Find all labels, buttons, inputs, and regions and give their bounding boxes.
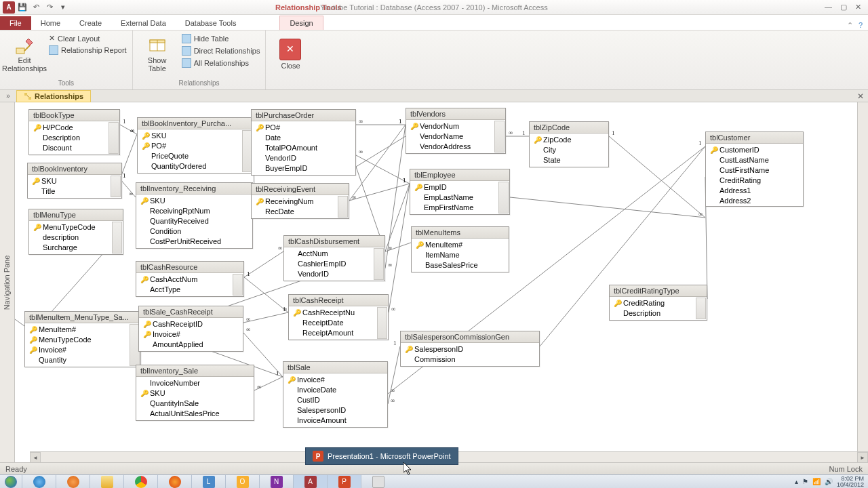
- tray-network-icon[interactable]: 📶: [812, 478, 821, 485]
- system-tray[interactable]: ▴ ⚑ 📶 🔊 8:02 PM10/4/2012: [791, 476, 868, 488]
- field[interactable]: ReceiptAmount: [290, 328, 377, 338]
- field[interactable]: QuantityInSale: [138, 399, 252, 409]
- field[interactable]: City: [531, 145, 607, 155]
- tab-design[interactable]: Design: [279, 16, 323, 30]
- field[interactable]: ItemName: [413, 250, 507, 260]
- table-tblCashResource[interactable]: tblCashResource🔑CashAcctNumAcctType: [136, 261, 244, 297]
- field[interactable]: 🔑MenuTypeCode: [31, 222, 112, 232]
- field[interactable]: ActualUnitSalesPrice: [138, 409, 252, 419]
- ribbon-minimize-icon[interactable]: ⌃: [847, 21, 853, 30]
- table-title[interactable]: tblBookInventory: [28, 163, 121, 175]
- field[interactable]: Quantity: [26, 355, 130, 365]
- table-tblCreditRatingType[interactable]: tblCreditRatingType🔑CreditRatingDescript…: [609, 285, 707, 321]
- field[interactable]: 🔑CashReceiptID: [140, 319, 241, 329]
- field[interactable]: 🔑SKU: [138, 388, 252, 399]
- navpane-expand-icon[interactable]: »: [0, 92, 16, 100]
- field[interactable]: 🔑H/PCode: [31, 123, 108, 133]
- table-title[interactable]: tblBookType: [29, 110, 119, 121]
- vertical-scrollbar[interactable]: [857, 102, 868, 451]
- field[interactable]: SalespersonID: [285, 405, 386, 415]
- show-table-button[interactable]: Show Table: [137, 32, 178, 77]
- taskbar-firefox[interactable]: [157, 475, 191, 489]
- table-tblSale[interactable]: tblSale🔑Invoice#InvoiceDateCustIDSalespe…: [283, 361, 388, 428]
- relationship-report-button[interactable]: Relationship Report: [47, 45, 128, 56]
- table-title[interactable]: tblReceivingEvent: [252, 184, 349, 195]
- field[interactable]: VendorName: [408, 131, 494, 142]
- tab-home[interactable]: Home: [31, 16, 70, 30]
- field[interactable]: EmpFirstName: [412, 203, 498, 213]
- table-title[interactable]: tblMenuItem_MenuType_Sa...: [25, 312, 140, 323]
- taskbar-app[interactable]: [361, 475, 395, 489]
- field[interactable]: 🔑CustomerID: [707, 145, 802, 155]
- field[interactable]: VendorID: [285, 269, 374, 279]
- relationships-tab[interactable]: Relationships: [16, 90, 91, 102]
- table-title[interactable]: tblCashDisbursement: [284, 236, 384, 247]
- close-tab-icon[interactable]: ✕: [857, 92, 864, 101]
- table-title[interactable]: tblMenuType: [29, 209, 123, 221]
- table-tblReceivingEvent[interactable]: tblReceivingEvent🔑ReceivingNumRecDate: [251, 183, 349, 219]
- field[interactable]: 🔑PO#: [139, 141, 242, 151]
- field[interactable]: TotalPOAmount: [253, 143, 354, 153]
- table-tblInventory_Receiving[interactable]: tblInventory_Receiving🔑SKUReceivingRptNu…: [136, 182, 253, 249]
- table-tblEmployee[interactable]: tblEmployee🔑EmpIDEmpLastNameEmpFirstName: [410, 169, 510, 215]
- tray-clock[interactable]: 8:02 PM10/4/2012: [837, 476, 864, 488]
- tab-file[interactable]: File: [0, 16, 31, 30]
- field[interactable]: Description: [31, 133, 108, 143]
- scroll-left-icon[interactable]: ◄: [30, 452, 41, 462]
- field[interactable]: CustFirstName: [707, 165, 802, 176]
- taskbar-onenote[interactable]: N: [259, 475, 293, 489]
- field[interactable]: Address1: [707, 186, 802, 196]
- field[interactable]: BaseSalesPrice: [413, 260, 507, 270]
- table-tblVendors[interactable]: tblVendors🔑VendorNumVendorNameVendorAddr…: [406, 108, 506, 154]
- field[interactable]: CustID: [285, 395, 386, 405]
- field[interactable]: 🔑Invoice#: [140, 329, 241, 340]
- taskbar-explorer[interactable]: [90, 475, 123, 489]
- tray-up-icon[interactable]: ▴: [795, 478, 798, 485]
- taskbar-chrome[interactable]: [123, 475, 157, 489]
- field[interactable]: 🔑MenuTypeCode: [26, 335, 130, 345]
- field[interactable]: Condition: [138, 226, 251, 237]
- field[interactable]: VendorAddress: [408, 142, 494, 152]
- hide-table-button[interactable]: Hide Table: [180, 33, 262, 44]
- start-button[interactable]: [0, 475, 22, 489]
- tab-database-tools[interactable]: Database Tools: [176, 16, 246, 30]
- field[interactable]: InvoiceDate: [285, 385, 386, 395]
- table-tblMenuType[interactable]: tblMenuType🔑MenuTypeCodedescriptionSurch…: [28, 209, 123, 255]
- tray-flag-icon[interactable]: ⚑: [802, 478, 808, 485]
- field[interactable]: 🔑PO#: [253, 123, 354, 133]
- field[interactable]: State: [531, 155, 607, 165]
- redo-icon[interactable]: ↷: [43, 1, 56, 14]
- close-button[interactable]: ✕ Close: [270, 32, 311, 77]
- table-tblCashReceipt[interactable]: tblCashReceipt🔑CashReceiptNuReceiptDateR…: [288, 294, 389, 340]
- field[interactable]: description: [31, 232, 112, 243]
- field[interactable]: 🔑CashAcctNum: [138, 274, 233, 285]
- field[interactable]: Title: [29, 186, 111, 197]
- field[interactable]: 🔑VendorNum: [408, 121, 494, 131]
- field[interactable]: 🔑SKU: [138, 196, 251, 206]
- table-title[interactable]: tblSalespersonCommissionGen: [401, 331, 539, 343]
- table-title[interactable]: tblInventory_Sale: [136, 365, 254, 377]
- table-title[interactable]: tblInventory_Receiving: [136, 183, 252, 195]
- table-tblZipCode[interactable]: tblZipCode🔑ZipCodeCityState: [529, 121, 609, 167]
- taskbar-ie[interactable]: [22, 475, 56, 489]
- navigation-pane[interactable]: Navigation Pane: [0, 102, 15, 462]
- table-title[interactable]: tblSale: [283, 362, 387, 373]
- table-tblSalespersonCommissionGen[interactable]: tblSalespersonCommissionGen🔑SalespersonI…: [400, 331, 540, 367]
- field[interactable]: BuyerEmpID: [253, 163, 354, 174]
- table-title[interactable]: tblCustomer: [706, 132, 803, 144]
- field[interactable]: ReceiptDate: [290, 318, 377, 328]
- field[interactable]: 🔑EmpID: [412, 182, 498, 192]
- table-title[interactable]: tblVendors: [406, 108, 505, 120]
- qat-dropdown-icon[interactable]: ▾: [57, 1, 69, 14]
- field[interactable]: Surcharge: [31, 243, 112, 253]
- field[interactable]: PriceQuote: [139, 151, 242, 161]
- table-tblInventory_Sale[interactable]: tblInventory_SaleInvoiceNumber🔑SKUQuanti…: [136, 365, 254, 421]
- save-icon[interactable]: 💾: [16, 1, 28, 14]
- field[interactable]: AcctNum: [285, 249, 374, 259]
- field[interactable]: ReceivingRptNum: [138, 206, 251, 216]
- field[interactable]: 🔑SKU: [139, 131, 242, 141]
- field[interactable]: EmpLastName: [412, 192, 498, 203]
- field[interactable]: VendorID: [253, 153, 354, 163]
- help-icon[interactable]: ?: [859, 21, 863, 30]
- all-relationships-button[interactable]: All Relationships: [180, 58, 262, 68]
